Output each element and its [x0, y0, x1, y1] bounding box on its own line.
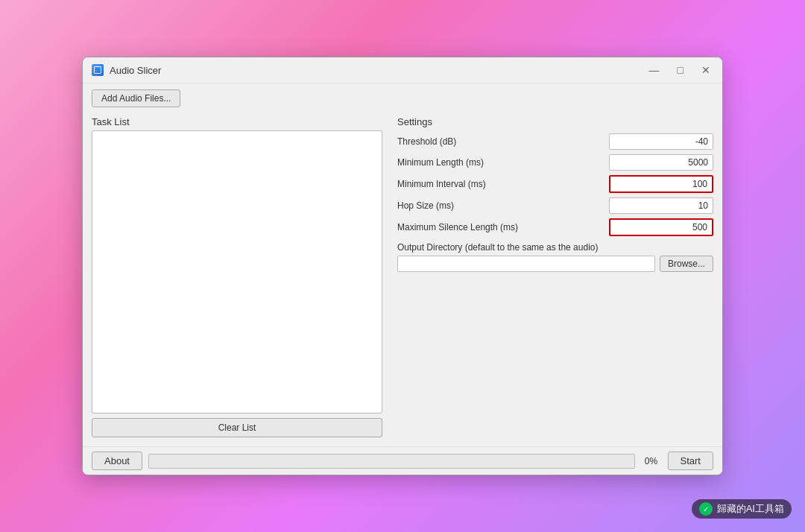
setting-row-hop-size: Hop Size (ms)	[397, 197, 713, 214]
status-bar: About 0% Start	[83, 446, 722, 475]
left-panel: Task List Clear List	[92, 116, 382, 437]
watermark: ✓ 歸藏的AI工具箱	[692, 499, 792, 519]
min-length-input[interactable]	[609, 154, 713, 171]
settings-grid: Threshold (dB) Minimum Length (ms) Minim…	[397, 133, 713, 236]
progress-label: 0%	[641, 456, 662, 466]
close-button[interactable]: ✕	[698, 63, 713, 77]
output-dir-section: Output Directory (default to the same as…	[397, 242, 713, 272]
threshold-label: Threshold (dB)	[397, 136, 609, 147]
min-interval-input[interactable]	[609, 175, 713, 193]
maximize-button[interactable]: □	[675, 63, 686, 77]
toolbar: Add Audio Files...	[83, 83, 722, 113]
hop-size-input[interactable]	[609, 197, 713, 214]
minimize-button[interactable]: —	[646, 63, 663, 77]
setting-row-min-interval: Minimum Interval (ms)	[397, 175, 713, 193]
main-window: Audio Slicer — □ ✕ Add Audio Files... Ta…	[82, 57, 723, 475]
add-audio-files-button[interactable]: Add Audio Files...	[92, 89, 180, 107]
task-list-box	[92, 130, 382, 414]
threshold-input[interactable]	[609, 133, 713, 150]
min-length-label: Minimum Length (ms)	[397, 157, 609, 168]
max-silence-input[interactable]	[609, 218, 713, 236]
start-button[interactable]: Start	[668, 452, 713, 470]
task-list-label: Task List	[92, 116, 382, 127]
max-silence-label: Maximum Silence Length (ms)	[397, 222, 609, 232]
progress-bar-container	[148, 454, 635, 469]
min-interval-label: Minimum Interval (ms)	[397, 179, 609, 189]
title-bar: Audio Slicer — □ ✕	[83, 57, 722, 83]
watermark-text: 歸藏的AI工具箱	[717, 502, 784, 516]
setting-row-min-length: Minimum Length (ms)	[397, 154, 713, 171]
main-content: Task List Clear List Settings Threshold …	[83, 113, 722, 446]
output-dir-row: Browse...	[397, 256, 713, 272]
about-button[interactable]: About	[92, 452, 142, 470]
settings-title: Settings	[397, 116, 713, 127]
output-dir-label: Output Directory (default to the same as…	[397, 242, 713, 253]
right-panel: Settings Threshold (dB) Minimum Length (…	[397, 116, 713, 437]
window-controls: — □ ✕	[646, 63, 713, 77]
browse-button[interactable]: Browse...	[660, 256, 713, 272]
window-title: Audio Slicer	[110, 65, 161, 76]
setting-row-threshold: Threshold (dB)	[397, 133, 713, 150]
hop-size-label: Hop Size (ms)	[397, 200, 609, 211]
setting-row-max-silence: Maximum Silence Length (ms)	[397, 218, 713, 236]
output-dir-input[interactable]	[397, 256, 655, 272]
clear-list-button[interactable]: Clear List	[92, 418, 382, 437]
wechat-icon: ✓	[699, 502, 713, 516]
app-icon	[92, 64, 104, 76]
title-bar-left: Audio Slicer	[92, 64, 161, 76]
